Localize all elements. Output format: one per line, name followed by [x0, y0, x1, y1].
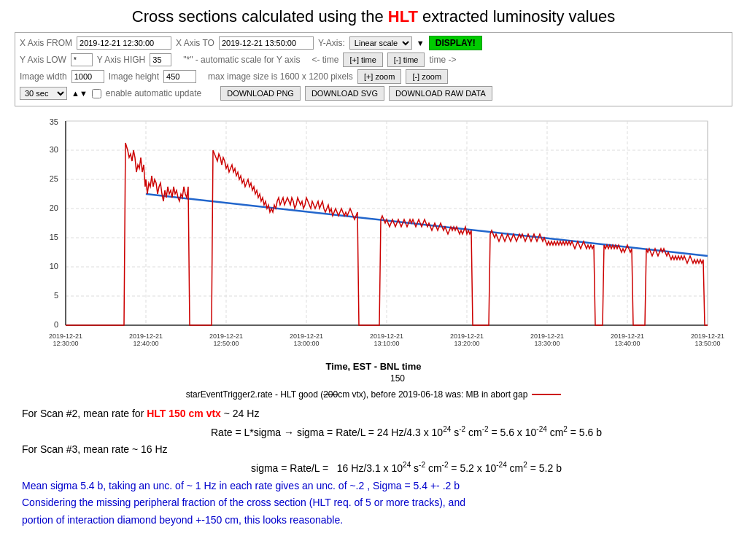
legend-text: starEventTrigger2.rate - HLT good (200cm…: [186, 389, 528, 400]
image-width-input[interactable]: [71, 70, 104, 83]
dropdown-arrow: ▼: [417, 39, 425, 47]
svg-text:2019-12-21: 2019-12-21: [290, 332, 323, 340]
svg-text:2019-12-21: 2019-12-21: [691, 332, 724, 340]
svg-text:13:00:00: 13:00:00: [293, 340, 319, 347]
svg-text:2019-12-21: 2019-12-21: [49, 332, 82, 340]
svg-text:2019-12-21: 2019-12-21: [209, 332, 243, 340]
scan2-line: For Scan #2, mean rate for HLT 150 cm vt…: [22, 405, 732, 423]
svg-text:13:50:00: 13:50:00: [694, 340, 720, 347]
image-width-label: Image width: [20, 71, 67, 82]
xaxis-to-label: X Axis TO: [176, 38, 214, 48]
display-button[interactable]: DISPLAY!: [429, 36, 482, 50]
scan2-prefix: For Scan #2, mean rate for: [22, 408, 147, 419]
svg-text:5: 5: [54, 291, 58, 300]
scan3-prefix: For Scan #3, mean rate ~ 16 Hz: [22, 443, 168, 455]
controls-panel: X Axis FROM X Axis TO Y-Axis: Linear sca…: [15, 32, 732, 106]
svg-text:2019-12-21: 2019-12-21: [450, 332, 484, 340]
time-minus: <- time: [311, 55, 338, 65]
yaxis-scale-label: Y-Axis:: [318, 38, 345, 48]
considering-line: Considering the missing peripheral fract…: [22, 494, 732, 512]
svg-text:13:20:00: 13:20:00: [454, 340, 479, 347]
image-height-label: Image height: [109, 71, 159, 82]
interval-select[interactable]: 30 sec 60 sec: [20, 87, 67, 100]
zoom-minus-button[interactable]: [-] zoom: [406, 69, 448, 84]
auto-update-checkbox[interactable]: [92, 89, 101, 98]
scan2-suffix: ~ 24 Hz: [221, 408, 260, 419]
time-arrow: time ->: [429, 55, 456, 65]
x-axis-label: Time, EST - BNL time: [326, 361, 422, 372]
max-image-note: max image size is 1600 x 1200 pixels: [208, 71, 353, 82]
zoom-plus-button[interactable]: [+] zoom: [357, 69, 402, 84]
download-png-button[interactable]: DOWNLOAD PNG: [220, 86, 301, 101]
time-minus-button[interactable]: [-] time: [387, 52, 425, 67]
title-suffix: extracted luminosity values: [418, 7, 615, 26]
svg-text:12:40:00: 12:40:00: [133, 340, 158, 347]
xaxis-from-label: X Axis FROM: [20, 38, 72, 48]
scan3-formula-line: sigma = Rate/L = 16 Hz/3.1 x 1024 s-2 cm…: [22, 459, 732, 477]
svg-text:30: 30: [50, 145, 58, 154]
svg-text:15: 15: [50, 233, 58, 241]
yaxis-high-label: Y Axis HIGH: [97, 55, 145, 65]
image-height-input[interactable]: [163, 70, 196, 83]
svg-text:2019-12-21: 2019-12-21: [530, 332, 564, 340]
svg-text:2019-12-21: 2019-12-21: [370, 332, 403, 340]
download-raw-button[interactable]: DOWNLOAD RAW DATA: [389, 86, 492, 101]
legend-line-icon: [532, 394, 561, 395]
svg-text:20: 20: [50, 203, 58, 212]
svg-text:0: 0: [54, 320, 58, 329]
download-svg-button[interactable]: DOWNLOAD SVG: [305, 86, 384, 101]
svg-text:10: 10: [50, 262, 58, 271]
time-plus-button[interactable]: [+] time: [343, 52, 382, 67]
xaxis-from-input[interactable]: [77, 36, 171, 50]
svg-text:35: 35: [50, 117, 58, 126]
svg-text:13:30:00: 13:30:00: [534, 340, 560, 347]
svg-text:12:50:00: 12:50:00: [213, 340, 239, 347]
svg-text:13:40:00: 13:40:00: [614, 340, 640, 347]
scan2-formula-line: Rate = L*sigma → sigma = Rate/L = 24 Hz/…: [22, 423, 732, 441]
yaxis-high-input[interactable]: [150, 53, 171, 66]
svg-text:25: 25: [50, 174, 58, 183]
yaxis-low-label: Y Axis LOW: [20, 55, 66, 65]
chart-container: 0 5 10 15 20 25 30 35 2019-12-21 12:30:0…: [15, 114, 732, 362]
svg-text:13:10:00: 13:10:00: [374, 340, 399, 347]
svg-text:12:30:00: 12:30:00: [53, 340, 78, 347]
mean-sigma-line: Mean sigma 5.4 b, taking an unc. of ~ 1 …: [22, 478, 732, 495]
xaxis-to-input[interactable]: [219, 36, 314, 50]
y-axis-value: 150: [390, 373, 405, 384]
page-title: Cross sections calculated using the HLT …: [15, 7, 732, 26]
title-prefix: Cross sections calculated using the: [132, 7, 388, 26]
chart-legend: starEventTrigger2.rate - HLT good (200cm…: [15, 389, 732, 400]
scan2-highlight: HLT 150 cm vtx: [147, 408, 221, 419]
svg-text:2019-12-21: 2019-12-21: [129, 332, 163, 340]
svg-text:2019-12-21: 2019-12-21: [611, 332, 644, 340]
scan3-line: For Scan #3, mean rate ~ 16 Hz: [22, 441, 732, 459]
yaxis-low-input[interactable]: [71, 53, 93, 66]
formula-section: For Scan #2, mean rate for HLT 150 cm vt…: [15, 405, 732, 529]
interval-arrow: ▲▼: [71, 89, 88, 98]
chart-svg: 0 5 10 15 20 25 30 35 2019-12-21 12:30:0…: [15, 114, 729, 362]
yaxis-scale-select[interactable]: Linear scale Log scale: [349, 36, 412, 50]
portion-line: portion of interaction diamond beyond +-…: [22, 512, 732, 529]
title-hlt: HLT: [388, 7, 418, 26]
auto-scale-note: "*" - automatic scale for Y axis: [183, 55, 300, 65]
auto-update-label: enable automatic update: [106, 88, 201, 98]
